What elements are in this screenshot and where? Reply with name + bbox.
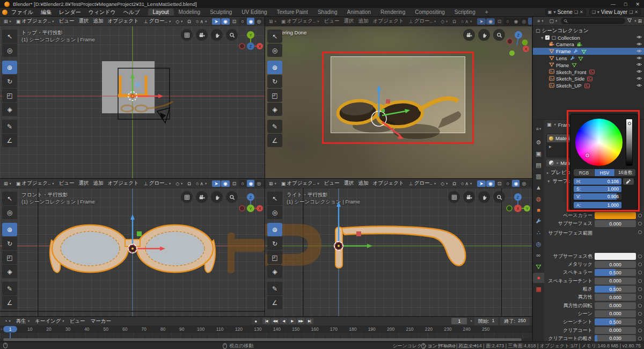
value-slider[interactable]: 0.500 [595, 269, 636, 276]
scale-tool[interactable]: ◰ [267, 89, 282, 102]
transport-button[interactable]: ● [252, 318, 260, 324]
editor-type-button[interactable]: ⊞▾ [267, 18, 279, 25]
value-slider[interactable]: 0.000 [595, 220, 636, 227]
camera-view-icon[interactable] [463, 191, 475, 203]
viewport-menu-item[interactable]: オブジェクト [370, 17, 406, 25]
snap-target-button[interactable]: ◇▾ [438, 18, 450, 25]
object-row-sketch-up[interactable]: Sketch_UP [533, 82, 644, 89]
keyframe-dot[interactable] [638, 304, 642, 308]
workspace-tab[interactable]: UV Editing [237, 9, 272, 16]
transport-button[interactable]: |◀ [262, 318, 270, 324]
shading-solid[interactable]: ◉ [512, 18, 519, 25]
viewport-menu-item[interactable]: 追加 [356, 17, 370, 25]
collection-checkbox[interactable]: ✓ [545, 35, 550, 40]
tab-output[interactable]: ▤ [533, 160, 544, 171]
zoom-icon[interactable] [493, 191, 505, 203]
viewport-menu-item[interactable]: ビュー [322, 17, 342, 25]
value-slider[interactable]: 0.000 [595, 302, 636, 309]
tab-scene[interactable]: ▲ [533, 183, 544, 193]
timeline-ruler[interactable]: 1102030405060708090100110120130140150160… [0, 325, 532, 333]
measure-tool[interactable]: ∠ [2, 296, 17, 309]
tab-tool[interactable]: ⚙ [533, 137, 544, 148]
select-tool[interactable]: ↖ [267, 30, 282, 43]
editor-type-button[interactable]: ≡▾ [535, 18, 546, 24]
select-tool[interactable]: ↖ [2, 30, 17, 43]
timeline-collapse-arrow[interactable]: › [1, 326, 2, 332]
proportional-edit-toggle[interactable]: ○∧▾ [194, 180, 209, 187]
tab-object-data[interactable] [533, 261, 544, 272]
timeline-scrollbar[interactable] [3, 338, 522, 341]
viewport-menu-item[interactable]: 選択 [76, 179, 91, 187]
keyframe-dot[interactable] [638, 320, 642, 324]
scale-tool[interactable]: ◰ [2, 89, 17, 102]
shading-wireframe[interactable]: ○ [504, 180, 511, 187]
value-slider[interactable]: 0.000 [595, 310, 636, 317]
transform-tool[interactable]: ◈ [267, 265, 282, 278]
annotate-tool[interactable]: ✎ [267, 282, 282, 295]
keyframe-dot[interactable] [638, 295, 642, 299]
gizmo-toggle[interactable]: ➤ [212, 18, 221, 25]
camera-view-icon[interactable] [196, 191, 208, 203]
snap-toggle[interactable]: Ω [185, 180, 193, 187]
annotate-tool[interactable]: ✎ [2, 120, 17, 133]
proportional-edit-toggle[interactable]: ○∧▾ [459, 180, 474, 187]
scene-selector[interactable]: ▣▾ Scene ❏ ✕ [545, 9, 586, 16]
object-row-camera[interactable]: Camera [533, 41, 644, 48]
frame-end-field[interactable]: 終了:250 [500, 317, 530, 325]
pan-hand-icon[interactable] [211, 191, 223, 203]
pan-hand-icon[interactable] [211, 29, 223, 41]
viewport-top-canvas[interactable]: トップ・平行投影 (1) シーンコレクション | Frame ↖ ◎ ⊕ ↻ ◰… [0, 26, 265, 178]
mode-select[interactable]: ▣オブジェク..▾ [279, 17, 321, 25]
shading-wireframe[interactable]: ○ [504, 18, 511, 25]
transport-button[interactable]: ▶▶ [297, 318, 305, 324]
keyframe-dot[interactable] [638, 263, 642, 266]
zoom-icon[interactable] [226, 191, 238, 203]
collection-row[interactable]: ▼ ✓ ▢ Collection [533, 34, 644, 41]
copy-layer-icon[interactable]: ❏ [629, 10, 633, 14]
object-row-lens[interactable]: Lens [533, 55, 644, 62]
snap-target-button[interactable]: ◇▾ [438, 180, 450, 187]
viewport-right-canvas[interactable]: ライト・平行投影 (1) シーンコレクション | Frame ↖ ◎ ⊕ ↻ ◰… [265, 188, 532, 316]
shading-solid[interactable]: ◉ [247, 18, 254, 25]
annotate-tool[interactable]: ✎ [2, 282, 17, 295]
editor-type-button[interactable]: ⊞▾ [267, 180, 279, 187]
viewport-front[interactable]: ⊞▾ ▣オブジェク..▾ ビュー選択追加オブジェクト ⊥グロー..▾ ◇▾ Ω … [0, 179, 265, 316]
navigation-gizmo[interactable]: Z X [506, 30, 530, 60]
editor-type-button[interactable]: ◔▾ [2, 318, 13, 324]
cursor-tool[interactable]: ◎ [267, 43, 282, 57]
app-menu-item[interactable]: ウィンドウ [85, 9, 120, 16]
overlays-toggle[interactable]: ◉ [486, 180, 495, 187]
minimize-button[interactable]: — [611, 2, 616, 7]
cursor-tool[interactable]: ◎ [2, 43, 17, 57]
viewport-top[interactable]: ⊞▾ ▣オブジェク..▾ ビュー選択追加オブジェクト ⊥グロー..▾ ◇▾ Ω … [0, 17, 265, 178]
viewport-menu-item[interactable]: ビュー [57, 17, 77, 25]
subsurface-color-swatch[interactable] [595, 253, 636, 260]
proportional-edit-toggle[interactable]: ○∧▾ [194, 18, 209, 25]
blender-menu-icon[interactable] [2, 10, 8, 15]
rotate-tool[interactable]: ↻ [2, 237, 17, 250]
keyframe-dot[interactable] [638, 287, 642, 291]
hide-eye-icon[interactable] [636, 34, 642, 41]
marker-menu[interactable]: マーカー [89, 317, 113, 325]
keyframe-dot[interactable] [638, 279, 642, 283]
shading-material[interactable]: ◎ [520, 18, 528, 25]
workspace-tab[interactable]: Animation [342, 9, 376, 16]
tab-view-layer[interactable]: ▥ [533, 171, 544, 182]
move-tool[interactable]: ⊕ [2, 223, 17, 236]
tab-constraints[interactable]: ∞ [533, 250, 544, 261]
copy-scene-icon[interactable]: ❏ [574, 10, 578, 14]
cursor-tool[interactable]: ◎ [267, 206, 282, 219]
view-layer-selector[interactable]: ❏▾ View Layer ❏ ✕ [589, 9, 641, 16]
grid-snap-icon[interactable] [448, 191, 460, 203]
keyframe-dot[interactable] [638, 337, 642, 340]
search-input[interactable] [569, 18, 602, 24]
rotate-tool[interactable]: ↻ [2, 75, 17, 88]
orientation-select[interactable]: ⊥グロー..▾ [407, 179, 438, 187]
cursor-tool[interactable]: ◎ [2, 206, 17, 219]
value-slider[interactable]: 0.000 [595, 261, 636, 268]
viewport-menu-item[interactable]: オブジェクト [370, 179, 406, 187]
transform-tool[interactable]: ◈ [2, 103, 17, 116]
xray-toggle[interactable]: ⊡ [230, 18, 239, 25]
workspace-tab[interactable]: Texture Paint [272, 9, 313, 16]
move-tool[interactable]: ⊕ [267, 223, 282, 236]
